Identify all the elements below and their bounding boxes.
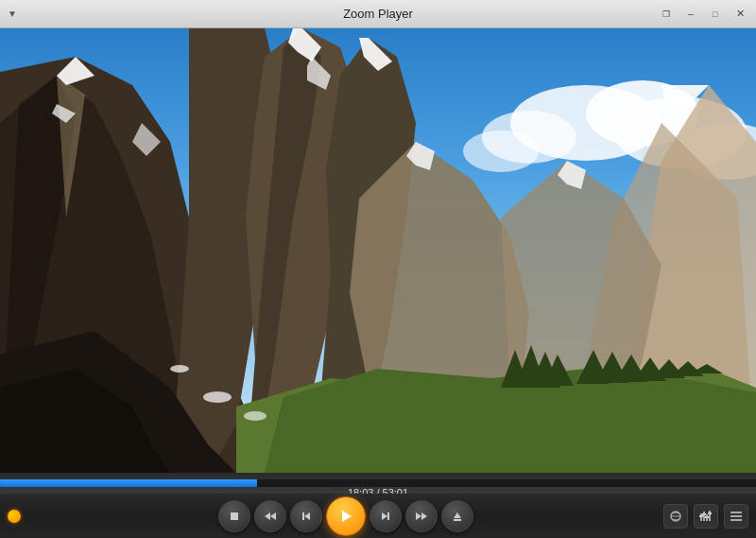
svg-marker-54 [416, 512, 421, 520]
progress-bar[interactable]: 18:03 / 53:01 [0, 479, 756, 487]
rewind-icon [264, 511, 277, 522]
svg-marker-47 [265, 512, 270, 520]
svg-rect-68 [730, 512, 742, 513]
svg-rect-64 [699, 515, 703, 517]
svg-point-45 [170, 365, 189, 373]
prev-button[interactable] [290, 500, 322, 532]
svg-rect-52 [387, 512, 389, 520]
play-button[interactable] [326, 496, 366, 536]
right-controls [663, 504, 748, 529]
svg-rect-65 [702, 513, 706, 515]
title-bar: ▼ Zoom Player ❐ − □ ✕ [0, 0, 756, 28]
svg-marker-51 [342, 511, 352, 522]
svg-point-43 [203, 391, 232, 403]
svg-marker-48 [270, 512, 276, 520]
menu-button[interactable] [724, 504, 748, 529]
next-button[interactable] [369, 500, 402, 532]
svg-rect-46 [231, 512, 238, 520]
close-button[interactable]: ✕ [728, 4, 752, 25]
mountain-scene [0, 28, 756, 473]
video-frame [0, 28, 756, 473]
eject-button[interactable] [441, 500, 473, 532]
equalizer-button[interactable] [694, 504, 718, 529]
video-area[interactable] [0, 28, 756, 473]
maximize-button[interactable]: □ [703, 4, 728, 25]
fastforward-button[interactable] [405, 500, 438, 532]
svg-marker-50 [304, 512, 310, 520]
stop-icon [229, 511, 240, 522]
menu-arrow[interactable]: ▼ [8, 9, 17, 19]
play-icon [338, 509, 353, 524]
window-title: Zoom Player [343, 7, 413, 21]
svg-rect-49 [302, 512, 304, 520]
svg-rect-70 [730, 519, 742, 521]
media-controls [28, 496, 663, 536]
aspect-ratio-button[interactable] [663, 504, 688, 529]
fastforward-icon [415, 511, 428, 522]
equalizer-icon [699, 510, 713, 523]
svg-rect-61 [703, 512, 705, 521]
svg-rect-57 [454, 519, 461, 521]
svg-marker-55 [421, 512, 427, 520]
progress-area: 18:03 / 53:01 [0, 473, 756, 494]
svg-rect-67 [708, 512, 712, 514]
controls-bar [0, 494, 756, 538]
minimize-button[interactable]: − [679, 4, 703, 25]
menu-icon [730, 511, 743, 522]
eject-icon [452, 511, 463, 522]
svg-rect-69 [730, 515, 742, 517]
title-bar-controls: ❐ − □ ✕ [654, 4, 756, 25]
progress-fill [0, 479, 257, 487]
svg-point-44 [244, 411, 266, 421]
next-icon [380, 511, 391, 522]
svg-marker-53 [382, 512, 387, 520]
stop-button[interactable] [218, 500, 250, 532]
aspect-icon [668, 510, 683, 523]
prev-icon [301, 511, 312, 522]
svg-rect-66 [705, 516, 709, 518]
svg-point-6 [463, 130, 539, 172]
status-indicator [8, 510, 21, 523]
svg-rect-63 [709, 511, 711, 521]
svg-marker-56 [454, 512, 461, 518]
restore-button[interactable]: ❐ [654, 4, 679, 25]
rewind-button[interactable] [254, 500, 286, 532]
title-bar-left: ▼ [0, 9, 21, 19]
